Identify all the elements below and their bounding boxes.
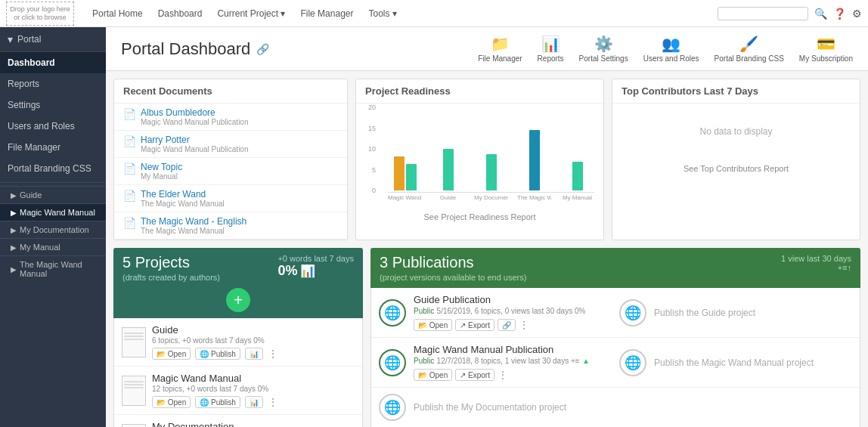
guide-pub-more-btn[interactable]: ⋮ xyxy=(519,319,529,331)
guide-open-btn[interactable]: 📂 Open xyxy=(152,348,191,360)
sidebar-project-guide[interactable]: ▶ Guide xyxy=(0,186,106,203)
sidebar-project-magic-wand[interactable]: ▶ Magic Wand Manual xyxy=(0,203,106,221)
top-contributors-widget: Top Contributors Last 7 Days No data to … xyxy=(612,79,860,240)
pub-row-mwm: 🌐 Magic Wand Manual Publication Public 1… xyxy=(371,338,860,388)
doc-icon-1: 📄 xyxy=(123,135,136,147)
sidebar-item-branding[interactable]: Portal Branding CSS xyxy=(0,158,106,179)
link-icon[interactable]: 🔗 xyxy=(256,43,269,55)
users-icon: 👥 xyxy=(662,35,680,53)
help-button[interactable]: ❓ xyxy=(833,8,846,20)
doc-item-0[interactable]: 📄 Albus Dumbledore Magic Wand Manual Pub… xyxy=(114,104,347,131)
pub-globe-guide: 🌐 xyxy=(379,299,406,326)
pub-list: 🌐 Guide Publication Public 5/16/2019, 6 … xyxy=(370,288,860,427)
guide-more-btn[interactable]: ⋮ xyxy=(268,348,278,360)
sidebar-item-settings[interactable]: Settings xyxy=(0,94,106,116)
doc-icon-4: 📄 xyxy=(123,217,136,229)
chart-area: 20 15 10 5 0 xyxy=(356,104,603,209)
sidebar-project-my-docs[interactable]: ▶ My Documentation xyxy=(0,221,106,238)
search-button[interactable]: 🔍 xyxy=(814,8,827,20)
contributors-see-link[interactable]: See Top Contributors Report xyxy=(612,159,860,178)
page-header: Portal Dashboard 🔗 📁 File Manager 📊 Repo… xyxy=(106,27,868,71)
sidebar-item-users[interactable]: Users and Roles xyxy=(0,116,106,137)
add-project-button[interactable]: + xyxy=(226,288,250,312)
guide-publish-btn[interactable]: 🌐 Publish xyxy=(195,348,240,360)
guide-pub-open-btn[interactable]: 📂 Open xyxy=(414,319,452,331)
mwm-publish-btn[interactable]: 🌐 Publish xyxy=(195,396,240,408)
recent-docs-title: Recent Documents xyxy=(114,79,347,104)
doc-item-3[interactable]: 📄 The Elder Wand The Magic Wand Manual xyxy=(114,185,347,212)
projects-title: 5 Projects xyxy=(122,254,220,271)
pub-globe-mwm: 🌐 xyxy=(379,349,406,376)
top-nav: Drop your logo here or click to browse P… xyxy=(0,0,868,27)
sidebar: ▾ Portal Dashboard Reports Settings User… xyxy=(0,27,106,427)
sidebar-project-my-manual[interactable]: ▶ My Manual xyxy=(0,238,106,255)
recent-docs-widget: Recent Documents 📄 Albus Dumbledore Magi… xyxy=(113,79,348,240)
doc-item-1[interactable]: 📄 Harry Potter Magic Wand Manual Publica… xyxy=(114,131,347,158)
mwm-pub-more-btn[interactable]: ⋮ xyxy=(498,369,508,381)
sidebar-item-filemanager[interactable]: File Manager xyxy=(0,137,106,158)
search-input[interactable] xyxy=(718,7,808,20)
mwm-stats-btn[interactable]: 📊 xyxy=(245,396,263,408)
nav-dashboard[interactable]: Dashboard xyxy=(152,5,209,22)
header-portal-settings[interactable]: ⚙️ Portal Settings xyxy=(579,35,628,63)
sidebar-item-dashboard[interactable]: Dashboard xyxy=(0,52,106,73)
guide-pub-link-btn[interactable]: 🔗 xyxy=(498,319,516,331)
nav-portal-home[interactable]: Portal Home xyxy=(86,5,149,22)
header-subscription[interactable]: 💳 My Subscription xyxy=(799,35,853,63)
widgets-row: Recent Documents 📄 Albus Dumbledore Magi… xyxy=(106,71,868,248)
guide-publish-text: Publish the Guide project xyxy=(654,308,852,318)
bar-4 xyxy=(529,130,540,190)
sidebar-item-reports[interactable]: Reports xyxy=(0,73,106,94)
projects-sub: (drafts created by authors) xyxy=(122,273,220,282)
portal-settings-icon: ⚙️ xyxy=(594,35,613,53)
mydocs-publish-text: Publish the My Documentation project xyxy=(414,402,852,413)
file-manager-icon: 📁 xyxy=(491,35,510,53)
mwm-more-btn[interactable]: ⋮ xyxy=(268,396,278,408)
doc-item-2[interactable]: 📄 New Topic My Manual xyxy=(114,158,347,185)
pub-row-guide: 🌐 Guide Publication Public 5/16/2019, 6 … xyxy=(371,288,860,338)
branding-icon: 🖌️ xyxy=(739,35,758,53)
main-content: Portal Dashboard 🔗 📁 File Manager 📊 Repo… xyxy=(106,27,868,427)
nav-current-project[interactable]: Current Project ▾ xyxy=(211,5,291,22)
project-row-magic-wand: Magic Wand Manual 12 topics, +0 words la… xyxy=(114,367,362,415)
doc-icon-0: 📄 xyxy=(123,108,136,120)
project-row-my-docs: My Documentation 5 topics, +0 words last… xyxy=(114,415,362,427)
sidebar-portal[interactable]: ▾ Portal xyxy=(0,27,106,52)
header-reports[interactable]: 📊 Reports xyxy=(538,35,564,63)
header-branding-css[interactable]: 🖌️ Portal Branding CSS xyxy=(715,35,784,63)
contributors-empty: No data to display xyxy=(612,104,860,159)
mwm-open-btn[interactable]: 📂 Open xyxy=(152,396,191,408)
settings-button[interactable]: ⚙ xyxy=(852,8,862,20)
bar-1a xyxy=(394,156,405,190)
bar-2 xyxy=(443,149,454,190)
mwm-pub-export-btn[interactable]: ↗ Export xyxy=(455,369,494,381)
doc-icon-2: 📄 xyxy=(123,162,136,175)
projects-panel: 5 Projects (drafts created by authors) +… xyxy=(113,248,363,427)
sidebar-portal-label: Portal xyxy=(17,34,41,45)
pub-sub: (project versions available to end users… xyxy=(380,273,526,282)
doc-item-4[interactable]: 📄 The Magic Wand - English The Magic Wan… xyxy=(114,212,347,240)
publications-panel: 3 Publications (project versions availab… xyxy=(370,248,860,427)
projects-header: 5 Projects (drafts created by authors) +… xyxy=(113,248,363,288)
app-body: ▾ Portal Dashboard Reports Settings User… xyxy=(0,27,868,427)
nav-file-manager[interactable]: File Manager xyxy=(294,5,359,22)
bar-5 xyxy=(572,162,583,190)
pub-globe-guide-right: 🌐 xyxy=(619,299,646,326)
nav-tools[interactable]: Tools ▾ xyxy=(362,5,402,22)
project-thumb-magic-wand xyxy=(122,376,146,406)
project-list: Guide 6 topics, +0 words last 7 days 0% … xyxy=(113,318,363,427)
guide-pub-export-btn[interactable]: ↗ Export xyxy=(455,319,494,331)
logo[interactable]: Drop your logo here or click to browse xyxy=(6,2,74,26)
header-users-roles[interactable]: 👥 Users and Roles xyxy=(643,35,699,63)
sidebar-project-magic-wand-manual[interactable]: ▶ The Magic Wand Manual xyxy=(0,255,106,282)
chart-title: Project Readiness xyxy=(356,79,603,104)
reports-icon: 📊 xyxy=(541,35,560,53)
pub-globe-mydocs: 🌐 xyxy=(379,394,406,421)
chart-see-link[interactable]: See Project Readiness Report xyxy=(356,209,603,226)
contributors-title: Top Contributors Last 7 Days xyxy=(612,79,860,104)
subscription-icon: 💳 xyxy=(817,35,835,53)
header-file-manager[interactable]: 📁 File Manager xyxy=(478,35,522,63)
pub-row-mydocs: 🌐 Publish the My Documentation project xyxy=(371,388,860,427)
mwm-pub-open-btn[interactable]: 📂 Open xyxy=(414,369,452,381)
guide-stats-btn[interactable]: 📊 xyxy=(245,348,263,360)
